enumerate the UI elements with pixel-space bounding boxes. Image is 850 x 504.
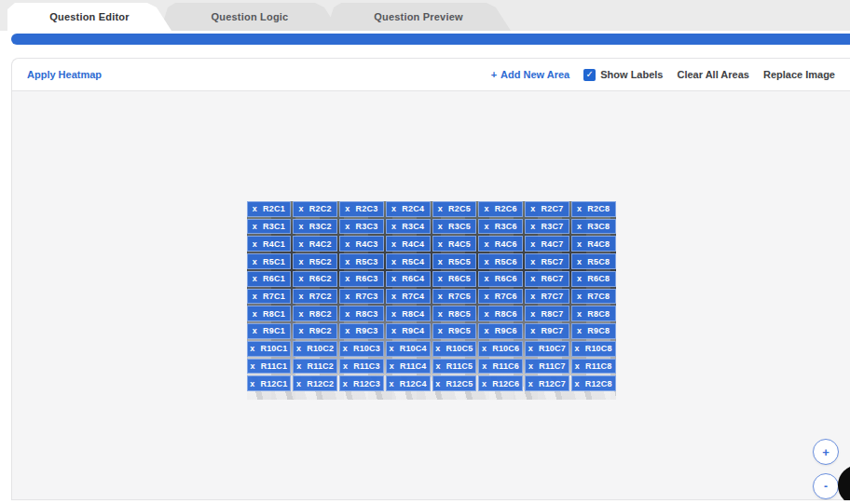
heatmap-area[interactable]: xR10C3 xyxy=(339,341,384,357)
tab-question-logic[interactable]: Question Logic xyxy=(160,3,339,31)
remove-area-icon[interactable]: x xyxy=(438,257,443,266)
heatmap-area[interactable]: xR11C3 xyxy=(339,359,384,375)
heatmap-area[interactable]: xR2C6 xyxy=(478,201,523,217)
heatmap-area[interactable]: xR2C7 xyxy=(525,201,569,217)
show-labels-checkbox[interactable]: ✓ xyxy=(583,69,596,81)
remove-area-icon[interactable]: x xyxy=(482,379,487,388)
heatmap-area[interactable]: xR6C5 xyxy=(432,271,477,287)
heatmap-area[interactable]: xR11C4 xyxy=(386,359,431,375)
remove-area-icon[interactable]: x xyxy=(438,326,443,335)
heatmap-area[interactable]: xR11C7 xyxy=(525,359,569,375)
heatmap-area[interactable]: xR9C5 xyxy=(432,323,477,339)
heatmap-area[interactable]: xR4C3 xyxy=(339,236,384,252)
remove-area-icon[interactable]: x xyxy=(575,379,580,388)
heatmap-area[interactable]: xR4C6 xyxy=(478,236,523,252)
remove-area-icon[interactable]: x xyxy=(485,239,489,249)
remove-area-icon[interactable]: x xyxy=(299,204,304,213)
heatmap-area[interactable]: xR12C8 xyxy=(571,375,616,391)
heatmap-area[interactable]: xR6C6 xyxy=(478,271,523,287)
remove-area-icon[interactable]: x xyxy=(528,344,533,353)
remove-area-icon[interactable]: x xyxy=(438,274,443,283)
remove-area-icon[interactable]: x xyxy=(345,274,350,283)
heatmap-area[interactable]: xR3C3 xyxy=(339,219,384,235)
heatmap-area[interactable]: xR3C4 xyxy=(386,219,431,235)
heatmap-area[interactable]: xR10C5 xyxy=(432,341,477,357)
heatmap-area[interactable]: xR12C3 xyxy=(339,375,384,391)
remove-area-icon[interactable]: x xyxy=(390,361,394,371)
remove-area-icon[interactable]: x xyxy=(390,344,394,353)
remove-area-icon[interactable]: x xyxy=(250,344,254,353)
remove-area-icon[interactable]: x xyxy=(528,361,533,371)
remove-area-icon[interactable]: x xyxy=(253,222,257,231)
heatmap-area[interactable]: xR9C4 xyxy=(386,323,431,339)
heatmap-area[interactable]: xR3C2 xyxy=(293,219,337,235)
remove-area-icon[interactable]: x xyxy=(530,257,535,266)
heatmap-area[interactable]: xR10C7 xyxy=(525,341,569,357)
remove-area-icon[interactable]: x xyxy=(345,309,350,319)
heatmap-area[interactable]: xR2C8 xyxy=(571,201,616,217)
remove-area-icon[interactable]: x xyxy=(345,292,350,301)
remove-area-icon[interactable]: x xyxy=(438,292,443,301)
remove-area-icon[interactable]: x xyxy=(485,204,489,213)
remove-area-icon[interactable]: x xyxy=(438,309,443,319)
heatmap-area[interactable]: xR4C5 xyxy=(432,236,477,252)
remove-area-icon[interactable]: x xyxy=(577,239,582,249)
remove-area-icon[interactable]: x xyxy=(299,222,304,231)
remove-area-icon[interactable]: x xyxy=(530,309,535,319)
heatmap-area[interactable]: xR4C2 xyxy=(293,236,337,252)
heatmap-area[interactable]: xR7C2 xyxy=(293,289,337,305)
heatmap-area[interactable]: xR9C3 xyxy=(339,323,384,339)
heatmap-area[interactable]: xR6C7 xyxy=(525,271,569,287)
remove-area-icon[interactable]: x xyxy=(575,344,580,353)
heatmap-area[interactable]: xR2C3 xyxy=(339,201,384,217)
remove-area-icon[interactable]: x xyxy=(391,326,396,335)
heatmap-area[interactable]: xR6C8 xyxy=(571,271,616,287)
replace-image-button[interactable]: Replace Image xyxy=(763,69,835,80)
remove-area-icon[interactable]: x xyxy=(345,326,350,335)
heatmap-area[interactable]: xR5C4 xyxy=(386,253,431,269)
heatmap-area[interactable]: xR10C2 xyxy=(293,341,337,357)
heatmap-area[interactable]: xR10C1 xyxy=(247,341,292,357)
heatmap-area[interactable]: xR7C1 xyxy=(247,289,292,305)
remove-area-icon[interactable]: x xyxy=(485,309,489,319)
heatmap-area[interactable]: xR10C4 xyxy=(386,341,431,357)
remove-area-icon[interactable]: x xyxy=(482,361,487,371)
remove-area-icon[interactable]: x xyxy=(345,257,350,266)
remove-area-icon[interactable]: x xyxy=(485,326,489,335)
heatmap-area[interactable]: xR12C2 xyxy=(293,375,337,391)
remove-area-icon[interactable]: x xyxy=(485,292,489,301)
heatmap-area[interactable]: xR11C6 xyxy=(478,359,523,375)
remove-area-icon[interactable]: x xyxy=(485,257,489,266)
heatmap-area[interactable]: xR7C5 xyxy=(432,289,477,305)
remove-area-icon[interactable]: x xyxy=(345,204,350,213)
remove-area-icon[interactable]: x xyxy=(438,222,443,231)
heatmap-area[interactable]: xR12C4 xyxy=(386,375,431,391)
remove-area-icon[interactable]: x xyxy=(530,239,535,249)
heatmap-area[interactable]: xR2C2 xyxy=(293,201,337,217)
remove-area-icon[interactable]: x xyxy=(577,204,582,213)
remove-area-icon[interactable]: x xyxy=(296,361,301,371)
heatmap-area[interactable]: xR5C8 xyxy=(571,253,616,269)
remove-area-icon[interactable]: x xyxy=(530,222,535,231)
remove-area-icon[interactable]: x xyxy=(296,344,301,353)
heatmap-area[interactable]: xR4C1 xyxy=(247,236,292,252)
remove-area-icon[interactable]: x xyxy=(253,257,257,266)
remove-area-icon[interactable]: x xyxy=(391,292,396,301)
heatmap-area[interactable]: xR9C1 xyxy=(247,323,292,339)
remove-area-icon[interactable]: x xyxy=(391,204,396,213)
heatmap-area[interactable]: xR12C7 xyxy=(525,375,569,391)
zoom-out-button[interactable]: - xyxy=(813,473,839,499)
heatmap-area[interactable]: xR6C3 xyxy=(339,271,384,287)
remove-area-icon[interactable]: x xyxy=(253,309,257,319)
heatmap-area[interactable]: xR8C3 xyxy=(339,306,384,321)
remove-area-icon[interactable]: x xyxy=(343,379,348,388)
remove-area-icon[interactable]: x xyxy=(530,204,535,213)
heatmap-area[interactable]: xR8C2 xyxy=(293,306,337,321)
remove-area-icon[interactable]: x xyxy=(345,239,350,249)
heatmap-area[interactable]: xR9C6 xyxy=(478,323,523,339)
remove-area-icon[interactable]: x xyxy=(391,239,396,249)
remove-area-icon[interactable]: x xyxy=(253,326,257,335)
remove-area-icon[interactable]: x xyxy=(390,379,394,388)
heatmap-area[interactable]: xR8C4 xyxy=(386,306,431,321)
heatmap-area[interactable]: xR3C1 xyxy=(247,219,292,235)
